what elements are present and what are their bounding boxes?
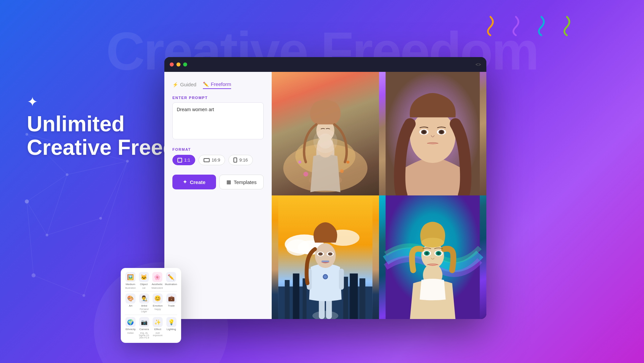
hero-star-icon: ✦ <box>27 94 38 109</box>
woman-art-4 <box>379 195 486 319</box>
panel-item-ethnicity[interactable]: 🌍 Ethnicity Indian <box>125 317 137 339</box>
panel-divider-2 <box>125 315 177 315</box>
svg-point-63 <box>318 252 323 256</box>
panel-item-camera[interactable]: 📷 Camera img, dv, Sigma 10-20m F2.8 <box>139 317 150 339</box>
svg-point-40 <box>439 130 443 134</box>
lighting-label: Lighting <box>167 328 176 331</box>
traffic-light-minimize[interactable] <box>176 62 180 66</box>
medium-sublabel: Illustration <box>125 287 136 289</box>
prompt-textarea[interactable]: Dream women art <box>172 102 264 139</box>
svg-line-3 <box>47 218 101 235</box>
svg-point-26 <box>304 172 308 176</box>
woman-art-3 <box>272 195 379 319</box>
emotion-icon: 😊 <box>153 293 163 304</box>
aesthetic-label: Aesthetic <box>152 283 163 286</box>
svg-line-2 <box>101 161 127 218</box>
panel-item-art[interactable]: 🎨 Art <box>125 293 137 313</box>
svg-point-28 <box>298 161 301 164</box>
svg-rect-47 <box>360 278 365 319</box>
panel-item-aesthetic[interactable]: 🌸 Aesthetic Malevolent <box>152 272 163 289</box>
medium-label: Medium <box>126 283 135 286</box>
svg-line-16 <box>27 201 34 275</box>
format-label: FORMAT <box>172 147 264 151</box>
tab-guided[interactable]: ⚡ Guided <box>172 81 196 89</box>
svg-point-29 <box>346 161 350 164</box>
object-label: Object <box>140 283 148 286</box>
create-button[interactable]: ✦ Create <box>172 175 216 189</box>
portrait-icon <box>233 157 237 163</box>
panel-item-lighting[interactable]: 💡 Lighting <box>166 317 177 339</box>
svg-point-37 <box>422 130 426 134</box>
format-btn-1-1[interactable]: 1:1 <box>172 155 195 165</box>
svg-point-12 <box>46 234 48 236</box>
svg-point-75 <box>425 252 429 255</box>
illustration-icon: ✏️ <box>166 272 176 282</box>
svg-rect-45 <box>303 278 307 319</box>
medium-icon: 🖼️ <box>125 272 136 282</box>
svg-point-72 <box>421 238 444 247</box>
effect-icon: ✨ <box>153 317 163 327</box>
woman-art-2 <box>379 72 486 195</box>
panel-item-artist[interactable]: 👨‍🎨 Artist Fernand Léger <box>139 293 150 313</box>
aesthetic-icon: 🌸 <box>152 272 162 282</box>
format-1-1-label: 1:1 <box>184 157 190 163</box>
artist-sublabel: Fernand Léger <box>139 308 150 313</box>
action-buttons: ✦ Create ▦ Templates <box>172 175 264 189</box>
svg-point-11 <box>99 217 102 220</box>
svg-point-27 <box>340 169 344 173</box>
ethnicity-sublabel: Indian <box>127 332 134 334</box>
tab-guided-label: Guided <box>180 82 196 87</box>
format-btn-9-16[interactable]: 9:16 <box>228 155 253 165</box>
panel-divider-1 <box>125 291 177 291</box>
panel-item-object[interactable]: 🐱 Object cat <box>138 272 150 289</box>
trade-icon: 💼 <box>166 293 176 304</box>
create-icon: ✦ <box>183 179 187 185</box>
svg-point-57 <box>324 275 327 278</box>
panel-item-trade[interactable]: 💼 Trade <box>166 293 177 313</box>
format-btn-16-9[interactable]: 16:9 <box>199 155 225 165</box>
panel-item-effect[interactable]: ✨ Effect over exposure <box>152 317 164 339</box>
svg-rect-44 <box>293 273 299 319</box>
artist-icon: 👨‍🎨 <box>139 293 149 304</box>
lighting-icon: 💡 <box>166 317 176 327</box>
svg-line-1 <box>67 161 127 175</box>
image-cell-2 <box>379 72 486 195</box>
aesthetic-sublabel: Malevolent <box>152 287 163 289</box>
create-label: Create <box>190 179 206 185</box>
format-9-16-label: 9:16 <box>239 157 248 163</box>
svg-point-78 <box>437 252 440 255</box>
artist-label: Artist <box>141 304 147 308</box>
svg-line-5 <box>27 175 67 201</box>
panel-item-emotion[interactable]: 😊 Emotion happy <box>152 293 164 313</box>
landscape-icon <box>204 158 210 162</box>
svg-point-9 <box>66 173 68 176</box>
svg-rect-43 <box>285 280 290 319</box>
square-icon <box>177 158 182 163</box>
panel-grid-3: 🌍 Ethnicity Indian 📷 Camera img, dv, Sig… <box>125 317 177 339</box>
svg-point-31 <box>318 134 333 149</box>
camera-sublabel: img, dv, Sigma 10-20m F2.8 <box>139 332 150 339</box>
traffic-light-close[interactable] <box>170 62 174 66</box>
svg-rect-66 <box>321 261 329 262</box>
templates-button[interactable]: ▦ Templates <box>219 175 264 189</box>
svg-rect-59 <box>339 269 344 290</box>
freeform-icon: ✏️ <box>203 82 209 87</box>
object-icon: 🐱 <box>139 272 149 282</box>
camera-icon: 📷 <box>139 317 149 327</box>
traffic-light-maximize[interactable] <box>183 62 187 66</box>
ethnicity-icon: 🌍 <box>125 317 136 327</box>
tab-freeform-label: Freeform <box>211 81 231 87</box>
prompt-label: Enter prompt <box>172 96 264 100</box>
guided-icon: ⚡ <box>172 82 178 87</box>
grid-icon: ▦ <box>226 179 231 185</box>
code-icon: <> <box>476 62 481 67</box>
panel-item-illustration[interactable]: ✏️ Illustration <box>165 272 177 289</box>
ethnicity-label: Ethnicity <box>125 328 136 331</box>
window-titlebar: <> <box>164 57 486 72</box>
trade-label: Trade <box>168 304 175 308</box>
format-options: 1:1 16:9 9:16 <box>172 155 264 165</box>
illustration-label: Illustration <box>165 283 177 286</box>
tab-freeform[interactable]: ✏️ Freeform <box>203 81 231 89</box>
squiggles-decoration <box>480 13 577 37</box>
panel-item-medium[interactable]: 🖼️ Medium Illustration <box>125 272 136 289</box>
